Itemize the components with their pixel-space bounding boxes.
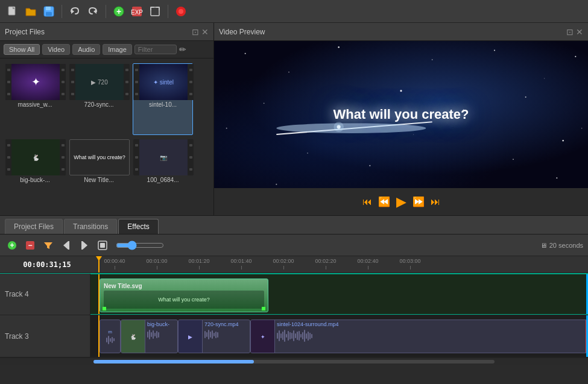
clip-thumb-sintel: ✦ [251,320,275,353]
ruler-mark-6: 00:02:40 [347,258,389,269]
svg-point-36 [276,123,426,133]
next-marker-button[interactable] [77,238,92,253]
svg-text:EXP: EXP [131,9,143,16]
fast-forward-button[interactable]: ⏩ [413,196,425,207]
svg-point-14 [288,72,289,73]
filter-audio-button[interactable]: Audio [72,44,100,55]
panel-header-icons: ⊡ ✕ [192,27,209,37]
rewind-button[interactable]: ⏪ [378,196,390,207]
timeline-ruler: 00:00:31;15 00:00:40 00:01:00 00:01:20 [0,256,588,273]
scrollbar-thumb[interactable] [93,360,254,364]
svg-marker-4 [71,9,74,14]
clip-sintel[interactable]: ✦ sintel-1024-surround.mp4 [250,319,588,353]
track-3-content[interactable]: m 🐇 big-buck- [90,315,588,357]
prev-marker-button[interactable] [59,238,74,253]
snap-button[interactable] [95,238,110,253]
panel-minimize-icon[interactable]: ⊡ [566,27,574,37]
media-item-newtitle[interactable]: What will you create? New Title... [69,139,129,210]
rewind-to-start-button[interactable]: ⏮ [362,197,372,207]
add-track-button[interactable]: + [5,238,19,253]
svg-point-38 [334,122,344,132]
play-button[interactable]: ▶ [396,194,406,210]
toolbar-separator-1 [62,5,62,18]
new-project-button[interactable] [5,4,21,19]
timeline-toolbar: + − 🖥 20 seconds [0,234,588,256]
svg-marker-43 [63,241,68,250]
forward-to-end-button[interactable]: ⏭ [431,197,440,207]
media-item-720sync[interactable]: ▶ 720 720-sync... [69,63,129,135]
time-scale-icon: 🖥 [540,242,547,249]
track-playhead [98,274,100,314]
panel-minimize-icon[interactable]: ⊡ [192,27,199,37]
tab-bar: Project Files Transitions Effects [0,215,588,234]
zoom-slider[interactable] [116,241,164,250]
clip-new-title-svg[interactable]: New Title.svg What will you create? [100,279,268,312]
clip-m[interactable]: m [100,319,121,353]
svg-marker-45 [83,241,87,250]
waveform-720sync [204,330,248,339]
tab-transitions[interactable]: Transitions [64,219,117,234]
filter-all-button[interactable]: Show All [4,44,40,55]
export-button[interactable]: EXP [129,4,145,19]
track-row-4: Track 4 New Title.svg What will you crea… [0,273,588,315]
clip-label-m: m [108,329,112,335]
track-4-label: Track 4 [0,274,90,315]
svg-rect-10 [151,7,159,16]
filter-input[interactable] [134,45,177,54]
media-item-massive[interactable]: ✦ massive_w... [5,63,65,135]
svg-point-16 [432,59,433,60]
svg-rect-3 [46,12,52,16]
media-item-bigbuck[interactable]: 🐇 big-buck-... [5,139,65,210]
tab-project-files[interactable]: Project Files [5,219,63,234]
undo-button[interactable] [67,4,83,19]
waveform-bigbuck [147,330,175,339]
clip-thumb-bigbuck: 🐇 [121,320,145,353]
filter-video-button[interactable]: Video [42,44,70,55]
record-button[interactable] [173,4,189,19]
tab-effects[interactable]: Effects [118,219,158,234]
svg-marker-5 [93,9,96,14]
svg-point-18 [544,78,545,78]
svg-point-13 [245,53,246,54]
toolbar-separator-3 [168,5,168,18]
clip-content-bigbuck: big-buck- [145,320,177,353]
svg-point-20 [264,103,265,104]
remove-track-button[interactable]: − [23,238,37,253]
filter-button[interactable] [41,238,55,253]
svg-text:−: − [28,241,32,250]
panel-close-icon[interactable]: ✕ [576,27,583,37]
scrollbar-track[interactable] [93,360,495,364]
fullscreen-button[interactable] [147,4,163,19]
main-toolbar: + EXP [0,0,588,23]
svg-rect-46 [81,241,83,250]
svg-point-32 [226,128,227,129]
svg-text:+: + [10,241,14,250]
svg-rect-0 [8,7,15,15]
clip-720sync[interactable]: ▶ 720-sync.mp4 [178,319,250,353]
media-item-label: massive_w... [5,100,65,108]
svg-point-24 [307,153,308,154]
project-files-panel: Project Files ⊡ ✕ Show All Video Audio I… [0,23,214,215]
waveform-mini [106,336,115,344]
clip-content-720sync: 720-sync.mp4 [203,320,250,353]
track-4-content[interactable]: New Title.svg What will you create? [90,274,588,315]
media-item-100-0684[interactable]: 📷 100_0684... [133,139,193,210]
track-row-3: Track 3 m [0,315,588,357]
import-button[interactable]: + [111,4,127,19]
media-item-label: New Title... [69,175,128,183]
filter-clear-icon[interactable]: ✏ [179,45,186,54]
clip-keyframe-marker [103,307,106,310]
media-item-sintel[interactable]: ✦ sintel sintel-10... [133,63,193,135]
panel-close-icon[interactable]: ✕ [201,27,209,37]
media-item-label: big-buck-... [5,175,65,183]
filter-image-button[interactable]: Image [103,44,132,55]
clip-thumb-720sync: ▶ [179,320,203,353]
redo-button[interactable] [85,4,101,19]
svg-point-33 [581,128,582,128]
video-preview-header: Video Preview ⊡ ✕ [214,23,588,41]
save-project-button[interactable] [41,4,57,19]
open-project-button[interactable] [23,4,39,19]
ruler-mark-7: 00:03:00 [389,258,431,269]
clip-big-buck[interactable]: 🐇 big-buck- [121,319,178,353]
time-scale-label: 🖥 20 seconds [540,242,583,249]
